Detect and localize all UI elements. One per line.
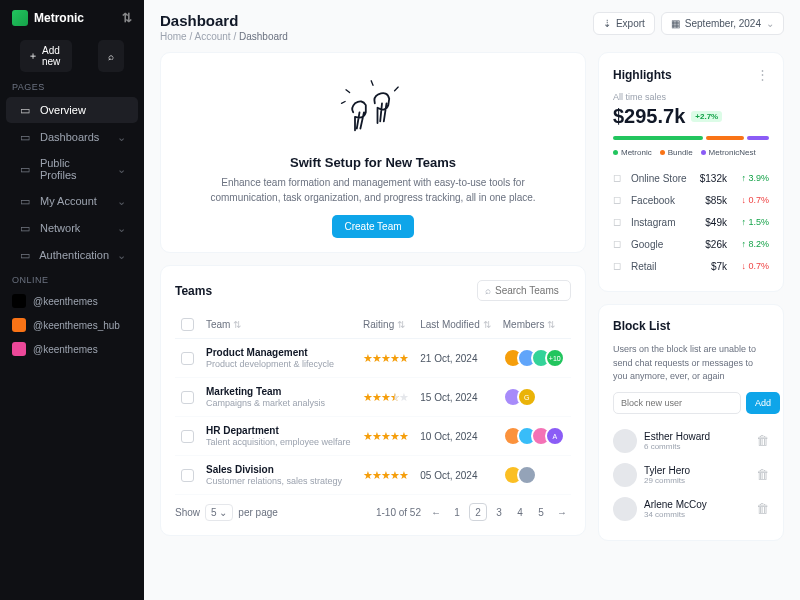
nav-item-authentication[interactable]: ▭Authentication⌄ <box>6 242 138 268</box>
legend-item: MetronicNest <box>701 148 756 157</box>
online-item[interactable]: @keenthemes_hub <box>0 313 144 337</box>
export-button[interactable]: ⇣ Export <box>593 12 655 35</box>
page-3[interactable]: 3 <box>490 503 508 521</box>
avatar-more: +10 <box>545 348 565 368</box>
page-size-select[interactable]: 5 ⌄ <box>205 504 233 521</box>
page-4[interactable]: 4 <box>511 503 529 521</box>
sidebar-search-button[interactable]: ⌕ <box>98 40 124 72</box>
nav-item-dashboards[interactable]: ▭Dashboards⌄ <box>6 124 138 150</box>
table-row[interactable]: Product ManagementProduct development & … <box>175 339 571 378</box>
brand-logo-icon <box>12 10 28 26</box>
chevron-down-icon: ⌄ <box>766 18 774 29</box>
legend-item: Bundle <box>660 148 693 157</box>
blocklist-card: Block List Users on the block list are u… <box>598 304 784 541</box>
team-members <box>503 465 565 485</box>
block-user-input[interactable] <box>613 392 741 414</box>
rating-stars: ★★★★★★ <box>363 391 408 403</box>
checkbox-all[interactable] <box>181 318 194 331</box>
page-title: Dashboard <box>160 12 288 29</box>
blocked-user: Arlene McCoy34 commits🗑 <box>613 492 769 526</box>
sales-legend: MetronicBundleMetronicNest <box>613 148 769 157</box>
add-new-button[interactable]: ＋ Add new <box>20 40 72 72</box>
team-members: G <box>503 387 565 407</box>
table-row[interactable]: Marketing TeamCampaigns & market analysi… <box>175 378 571 417</box>
page-next[interactable]: → <box>553 503 571 521</box>
export-icon: ⇣ <box>603 18 611 29</box>
team-name: Sales Division <box>206 464 351 475</box>
row-checkbox[interactable] <box>181 352 194 365</box>
col-rating[interactable]: Raiting ⇅ <box>357 311 414 339</box>
page-5[interactable]: 5 <box>532 503 550 521</box>
brand-chevron-icon[interactable]: ⇅ <box>122 11 132 25</box>
social-icon <box>12 318 26 332</box>
header: Dashboard Home / Account / Dashboard ⇣ E… <box>160 12 784 42</box>
nav-icon: ▭ <box>18 130 32 144</box>
channel-row: ◻Retail$7k↓ 0.7% <box>613 255 769 277</box>
team-name: HR Department <box>206 425 351 436</box>
search-icon: ⌕ <box>485 285 491 296</box>
team-desc: Product development & lifecycle <box>206 359 351 369</box>
trash-icon[interactable]: 🗑 <box>756 433 769 448</box>
main: Dashboard Home / Account / Dashboard ⇣ E… <box>144 0 800 600</box>
page-range: 1-10 of 52 <box>376 507 421 518</box>
team-date: 21 Oct, 2024 <box>414 339 497 378</box>
team-members: +10 <box>503 348 565 368</box>
table-row[interactable]: Sales DivisionCustomer relations, sales … <box>175 456 571 495</box>
trash-icon[interactable]: 🗑 <box>756 501 769 516</box>
nav-item-network[interactable]: ▭Network⌄ <box>6 215 138 241</box>
section-online: ONLINE <box>0 269 144 289</box>
channel-icon: ◻ <box>613 238 625 250</box>
search-icon: ⌕ <box>108 51 114 62</box>
channel-row: ◻Google$26k↑ 8.2% <box>613 233 769 255</box>
col-team[interactable]: Team ⇅ <box>200 311 357 339</box>
search-input[interactable] <box>495 285 563 296</box>
chevron-down-icon: ⌄ <box>117 222 126 235</box>
teams-title: Teams <box>175 284 212 298</box>
create-team-button[interactable]: Create Team <box>332 215 413 238</box>
col-members[interactable]: Members ⇅ <box>497 311 571 339</box>
brand-name: Metronic <box>34 11 84 25</box>
trash-icon[interactable]: 🗑 <box>756 467 769 482</box>
col-modified[interactable]: Last Modified ⇅ <box>414 311 497 339</box>
chevron-down-icon: ⌄ <box>117 249 126 262</box>
period-selector[interactable]: ▦ September, 2024 ⌄ <box>661 12 784 35</box>
nav-icon: ▭ <box>18 194 32 208</box>
row-checkbox[interactable] <box>181 430 194 443</box>
page-2[interactable]: 2 <box>469 503 487 521</box>
swift-desc: Enhance team formation and management wi… <box>175 175 571 205</box>
nav-icon: ▭ <box>18 221 32 235</box>
team-desc: Talent acquisition, employee welfare <box>206 437 351 447</box>
nav-item-overview[interactable]: ▭Overview <box>6 97 138 123</box>
nav-item-my-account[interactable]: ▭My Account⌄ <box>6 188 138 214</box>
block-add-button[interactable]: Add <box>746 392 780 414</box>
channel-row: ◻Online Store$132k↑ 3.9% <box>613 167 769 189</box>
team-name: Marketing Team <box>206 386 351 397</box>
rating-stars: ★★★★★ <box>363 469 408 481</box>
channel-row: ◻Instagram$49k↑ 1.5% <box>613 211 769 233</box>
brand[interactable]: Metronic ⇅ <box>0 10 144 36</box>
page-1[interactable]: 1 <box>448 503 466 521</box>
legend-item: Metronic <box>613 148 652 157</box>
teams-search[interactable]: ⌕ <box>477 280 571 301</box>
nav-item-public-profiles[interactable]: ▭Public Profiles⌄ <box>6 151 138 187</box>
online-item[interactable]: @keenthemes <box>0 337 144 361</box>
social-icon <box>12 294 26 308</box>
row-checkbox[interactable] <box>181 391 194 404</box>
channel-icon: ◻ <box>613 194 625 206</box>
row-checkbox[interactable] <box>181 469 194 482</box>
chevron-down-icon: ⌄ <box>117 195 126 208</box>
online-item[interactable]: @keenthemes <box>0 289 144 313</box>
highlights-subtitle: All time sales <box>613 92 769 102</box>
plus-icon: ＋ <box>28 49 38 63</box>
more-icon[interactable]: ⋮ <box>756 67 769 82</box>
blocklist-desc: Users on the block list are unable to se… <box>613 343 769 384</box>
table-row[interactable]: HR DepartmentTalent acquisition, employe… <box>175 417 571 456</box>
team-members: A <box>503 426 565 446</box>
nav-icon: ▭ <box>18 103 32 117</box>
nav-icon: ▭ <box>18 162 32 176</box>
breadcrumb: Home / Account / Dashboard <box>160 31 288 42</box>
page-prev[interactable]: ← <box>427 503 445 521</box>
avatar <box>613 497 637 521</box>
teams-table: Team ⇅ Raiting ⇅ Last Modified ⇅ Members… <box>175 311 571 495</box>
chevron-down-icon: ⌄ <box>117 163 126 176</box>
